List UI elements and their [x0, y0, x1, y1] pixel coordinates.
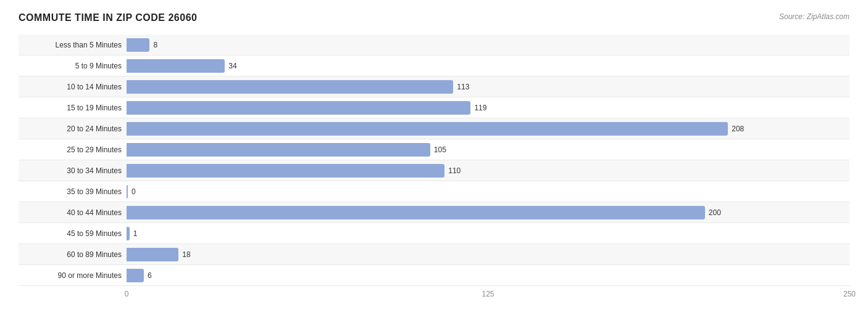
bar — [127, 38, 149, 52]
bar-label: 40 to 44 Minutes — [19, 208, 127, 217]
chart-header: COMMUTE TIME IN ZIP CODE 26060 Source: Z… — [19, 12, 849, 23]
bar-value: 1 — [133, 229, 138, 238]
bar-row: 25 to 29 Minutes105 — [19, 139, 849, 160]
x-tick: 125 — [482, 290, 494, 298]
bar — [127, 59, 225, 73]
bar — [127, 101, 470, 115]
bar-row: 5 to 9 Minutes34 — [19, 55, 849, 76]
bar-value: 0 — [131, 187, 136, 196]
bar — [127, 227, 130, 240]
bar-label: 30 to 34 Minutes — [19, 166, 127, 175]
bar-container: 119 — [127, 101, 849, 115]
bar-row: 15 to 19 Minutes119 — [19, 97, 849, 118]
bar-row: 30 to 34 Minutes110 — [19, 160, 849, 181]
bar-label: Less than 5 Minutes — [19, 41, 127, 49]
bar-container: 105 — [127, 143, 849, 157]
bar — [127, 164, 444, 178]
bar-label: 35 to 39 Minutes — [19, 187, 127, 196]
bar-label: 15 to 19 Minutes — [19, 104, 127, 112]
bar — [127, 143, 430, 157]
bar-row: 90 or more Minutes6 — [19, 265, 849, 286]
bar — [127, 206, 705, 219]
bar-container: 1 — [127, 227, 849, 240]
bar-value: 110 — [448, 166, 461, 175]
bar-label: 90 or more Minutes — [19, 271, 127, 280]
bar-container: 8 — [127, 38, 849, 52]
bar-value: 119 — [474, 104, 486, 112]
bar-label: 25 to 29 Minutes — [19, 145, 127, 154]
bar-container: 34 — [127, 59, 849, 73]
bar-row: 60 to 89 Minutes18 — [19, 244, 849, 265]
bar-container: 110 — [127, 164, 849, 178]
bar — [127, 80, 453, 94]
bar — [127, 122, 728, 136]
bar-value: 105 — [434, 145, 446, 154]
bar-row: 40 to 44 Minutes200 — [19, 202, 849, 223]
source-label: Source: ZipAtlas.com — [779, 12, 849, 21]
bar-container: 18 — [127, 248, 849, 261]
bar-row: 20 to 24 Minutes208 — [19, 118, 849, 139]
chart-title: COMMUTE TIME IN ZIP CODE 26060 — [19, 12, 197, 23]
bar-value: 6 — [148, 271, 152, 280]
bar-row: 45 to 59 Minutes1 — [19, 223, 849, 244]
bar-row: 35 to 39 Minutes0 — [19, 181, 849, 202]
bar-label: 5 to 9 Minutes — [19, 62, 127, 70]
bar-value: 18 — [182, 250, 190, 259]
bar-value: 8 — [153, 41, 157, 49]
bar-value: 113 — [457, 83, 469, 91]
bar-label: 60 to 89 Minutes — [19, 250, 127, 259]
bar-value: 208 — [732, 125, 744, 133]
bar-value: 200 — [709, 208, 721, 217]
bar-container: 113 — [127, 80, 849, 94]
bar — [127, 269, 144, 282]
bar-label: 45 to 59 Minutes — [19, 229, 127, 238]
x-tick: 0 — [125, 290, 129, 298]
bar-container: 6 — [127, 269, 849, 282]
bar-container: 200 — [127, 206, 849, 219]
bar-container: 0 — [127, 185, 849, 198]
bar-row: Less than 5 Minutes8 — [19, 35, 849, 55]
bar-row: 10 to 14 Minutes113 — [19, 76, 849, 97]
bar-label: 10 to 14 Minutes — [19, 83, 127, 91]
bar-value: 34 — [228, 62, 236, 70]
chart-area: Less than 5 Minutes85 to 9 Minutes3410 t… — [19, 35, 849, 286]
x-tick: 250 — [843, 290, 856, 298]
bar-label: 20 to 24 Minutes — [19, 125, 127, 133]
bar — [127, 185, 128, 198]
bar-container: 208 — [127, 122, 849, 136]
bar — [127, 248, 178, 261]
